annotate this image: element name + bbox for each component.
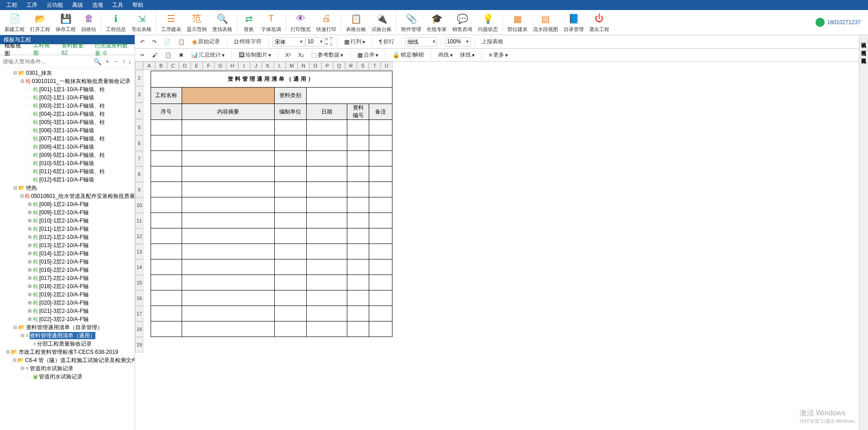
tree-node[interactable]: ⊞检[016]-2层2-10/A-F轴 — [0, 266, 135, 274]
cell[interactable] — [274, 166, 306, 182]
tree-node[interactable]: ·检[005]-3层1-10/A-F轴墙、柱 — [0, 118, 135, 126]
cell[interactable] — [182, 321, 274, 337]
cell[interactable] — [151, 120, 182, 135]
cell[interactable] — [347, 120, 369, 135]
cell[interactable] — [182, 213, 274, 228]
cell[interactable] — [182, 135, 274, 151]
cell[interactable] — [151, 166, 182, 182]
tree-node[interactable]: ·检[004]-2层1-10/A-F轴墙、柱 — [0, 110, 135, 118]
tree-toggle-icon[interactable]: · — [27, 176, 32, 183]
tree-node[interactable]: ⊟📂市政工程资料管理标准T-CECS 638-2019 — [0, 348, 135, 356]
toolbar-在线专家[interactable]: 🎓在线专家 — [424, 11, 450, 34]
redo-icon[interactable]: ↷ — [149, 37, 160, 47]
tree-toggle-icon[interactable]: ⊞ — [27, 201, 32, 208]
cell[interactable] — [274, 259, 306, 275]
tree-node[interactable]: ⊞检[018]-2层2-10/A-F轴 — [0, 282, 135, 290]
tree-node[interactable]: ⊞检[009]-1层2-10/A-F轴 — [0, 208, 135, 217]
row-header[interactable]: 5 — [135, 119, 143, 135]
tree-node[interactable]: ⊞检[020]-3层2-10/A-F轴 — [0, 299, 135, 307]
tree-node[interactable]: ⊞检[019]-2层2-10/A-F轴 — [0, 290, 135, 299]
toolbar-查找表格[interactable]: 🔍查找表格 — [209, 11, 235, 34]
col-header[interactable]: R — [345, 62, 357, 70]
tree-toggle-icon[interactable]: · — [27, 160, 32, 167]
cell[interactable] — [369, 290, 392, 306]
cell[interactable] — [306, 151, 347, 166]
brush-icon[interactable]: 🖌 — [149, 51, 161, 60]
row-header[interactable]: 8 — [135, 166, 143, 182]
row-header[interactable]: 6 — [135, 135, 143, 151]
menu-选项[interactable]: 选项 — [88, 0, 108, 10]
cell[interactable] — [369, 135, 392, 151]
tree-toggle-icon[interactable]: ⊟ — [5, 348, 10, 356]
cell[interactable] — [151, 182, 182, 197]
lock-unlock-button[interactable]: 🔒锁定/解锁 — [389, 50, 427, 60]
row-header[interactable]: 4 — [135, 103, 143, 119]
upload-table-button[interactable]: 上报表格 — [478, 36, 507, 47]
col-header[interactable]: P — [321, 62, 333, 70]
draw-line-button[interactable]: 画线 ▾ — [435, 50, 456, 60]
cell[interactable] — [182, 197, 274, 213]
tree-view[interactable]: ⊟📂0301_抹灰⊟检03010101_一般抹灰检验批质量验收记录·检[001]… — [0, 68, 135, 430]
toolbar-快速打印[interactable]: 🖨快速打印 — [314, 11, 339, 34]
cell[interactable] — [347, 166, 369, 182]
toolbar-销售咨询[interactable]: 💬销售咨询 — [450, 11, 475, 34]
search-input[interactable] — [2, 57, 92, 66]
row-header[interactable]: 2 — [135, 70, 143, 86]
toolbar-退出工程[interactable]: ⏻退出工程 — [586, 11, 612, 34]
cell[interactable] — [182, 228, 274, 244]
line-style-select[interactable]: 细线 — [405, 37, 437, 47]
cell[interactable] — [306, 228, 347, 244]
tree-toggle-icon[interactable]: · — [27, 373, 32, 380]
tree-toggle-icon[interactable]: ⊞ — [27, 258, 32, 265]
merge-button[interactable]: ▦合并 ▾ — [354, 50, 382, 60]
tree-toggle-icon[interactable]: ⊞ — [27, 250, 32, 257]
cell[interactable] — [274, 120, 306, 135]
toolbar-替换[interactable]: ⇄替换 — [239, 11, 258, 34]
toolbar-打印预览[interactable]: 👁打印预览 — [288, 11, 314, 34]
toolbar-部位建表[interactable]: ▦部位建表 — [505, 11, 530, 34]
menu-帮助[interactable]: 帮助 — [128, 0, 148, 10]
tree-node[interactable]: ⊟检05010601_给水管道及配件安装检验批质量验收记 — [0, 192, 135, 200]
row-header[interactable]: 9 — [135, 182, 143, 197]
cell[interactable] — [274, 182, 306, 197]
col-header[interactable]: J — [250, 62, 262, 70]
tree-node[interactable]: ⊟≡资料管理通用清单（通用） — [0, 332, 135, 340]
cell[interactable] — [369, 166, 392, 182]
tree-node[interactable]: ⊞检[013]-1层2-10/A-F轴 — [0, 241, 135, 249]
subscript-icon[interactable]: X₂ — [295, 51, 307, 60]
tree-toggle-icon[interactable]: ⊞ — [27, 217, 32, 224]
row-header[interactable]: 18 — [135, 321, 143, 337]
cell[interactable] — [274, 275, 306, 290]
tree-node[interactable]: ⊟检03010101_一般抹灰检验批质量验收记录 — [0, 77, 135, 85]
tree-toggle-icon[interactable]: · — [27, 102, 32, 109]
cell[interactable] — [306, 275, 347, 290]
tree-node[interactable]: ·检[002]-1层1-10/A-F轴墙 — [0, 93, 135, 102]
tree-toggle-icon[interactable]: ⊟ — [13, 184, 17, 192]
cell[interactable] — [347, 182, 369, 197]
up-icon[interactable]: ↑ — [121, 58, 127, 65]
cell[interactable] — [151, 213, 182, 228]
tree-node[interactable]: ⊞检[017]-2层2-10/A-F轴 — [0, 274, 135, 282]
cell[interactable] — [369, 306, 392, 321]
row-header[interactable]: 3 — [135, 86, 143, 103]
tree-toggle-icon[interactable]: ⊞ — [27, 242, 32, 249]
cell[interactable] — [347, 244, 369, 259]
tree-node[interactable]: ·检[006]-3层1-10/A-F轴墙 — [0, 126, 135, 135]
tree-node[interactable]: ⊞检[008]-1层2-10/A-F轴 — [0, 200, 135, 208]
toolbar-试验台账[interactable]: 🔌试验台账 — [369, 11, 394, 34]
cell[interactable] — [182, 259, 274, 275]
cell[interactable] — [182, 290, 274, 306]
cell[interactable] — [151, 197, 182, 213]
cell[interactable] — [306, 290, 347, 306]
row-col-button[interactable]: ▦行列 ▾ — [341, 36, 368, 47]
sheet-area[interactable]: ABCDEFGHIJKLMNOPQRSTU 234567891011121314… — [135, 62, 868, 430]
menu-云功能[interactable]: 云功能 — [42, 0, 68, 10]
tree-toggle-icon[interactable]: · — [27, 151, 32, 159]
user-avatar-icon[interactable] — [816, 18, 825, 27]
cell[interactable] — [274, 197, 306, 213]
cell[interactable] — [369, 275, 392, 290]
tree-toggle-icon[interactable]: · — [27, 94, 32, 101]
tree-node[interactable]: ⊞检[021]-3层2-10/A-F轴 — [0, 307, 135, 315]
tree-node[interactable]: ·检[007]-4层1-10/A-F轴墙、柱 — [0, 135, 135, 143]
row-header[interactable]: 16 — [135, 290, 143, 306]
